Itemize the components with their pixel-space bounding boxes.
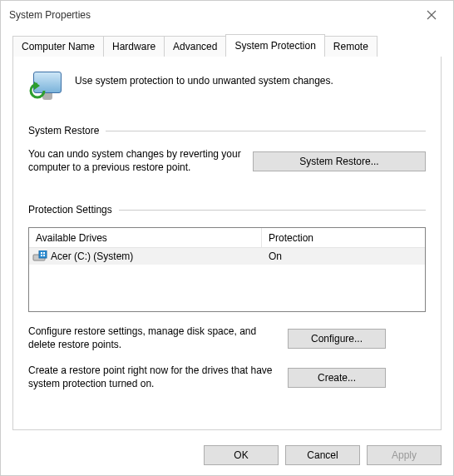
svg-marker-2 [34,82,40,90]
tab-content: Use system protection to undo unwanted s… [12,57,442,430]
table-row[interactable]: Acer (C:) (System) On [29,248,425,265]
system-restore-description: You can undo system changes by reverting… [28,148,253,174]
svg-rect-7 [41,255,42,256]
tab-remote[interactable]: Remote [324,36,378,57]
system-properties-window: System Properties Computer Name Hardware… [0,0,454,476]
drives-table-header: Available Drives Protection [29,228,425,248]
create-description: Create a restore point right now for the… [28,364,286,390]
section-title-system-restore: System Restore [28,125,99,136]
system-restore-button[interactable]: System Restore... [253,151,426,171]
section-protection-settings-header: Protection Settings [28,204,426,216]
tabs: Computer Name Hardware Advanced System P… [1,29,453,57]
window-title: System Properties [9,9,415,21]
configure-row: Configure restore settings, manage disk … [28,325,426,351]
titlebar: System Properties [1,1,453,29]
close-button[interactable] [415,3,448,27]
tab-system-protection[interactable]: System Protection [225,34,324,57]
intro-text: Use system protection to undo unwanted s… [75,68,333,87]
column-available-drives[interactable]: Available Drives [29,228,262,247]
close-icon [427,10,437,20]
section-system-restore-header: System Restore [28,125,426,136]
ok-button[interactable]: OK [204,445,279,465]
svg-rect-5 [41,252,42,254]
system-restore-icon [28,68,65,103]
dialog-footer: OK Cancel Apply [1,439,453,475]
system-restore-row: You can undo system changes by reverting… [28,148,426,174]
column-protection[interactable]: Protection [262,232,425,244]
drive-name: Acer (C:) (System) [51,250,133,262]
tab-hardware[interactable]: Hardware [103,36,165,57]
tab-advanced[interactable]: Advanced [164,36,226,57]
drive-icon [32,250,47,262]
svg-rect-6 [43,252,45,254]
apply-button[interactable]: Apply [367,445,442,465]
section-title-protection-settings: Protection Settings [28,204,112,216]
configure-button[interactable]: Configure... [288,329,386,349]
tab-computer-name[interactable]: Computer Name [12,36,104,57]
configure-description: Configure restore settings, manage disk … [28,325,286,351]
svg-rect-4 [39,250,47,258]
drives-table: Available Drives Protection Acer (C:) (S… [28,227,426,312]
svg-rect-8 [43,255,45,256]
create-button[interactable]: Create... [288,368,386,388]
intro: Use system protection to undo unwanted s… [28,68,426,103]
cancel-button[interactable]: Cancel [285,445,360,465]
drive-protection-status: On [262,250,425,262]
create-row: Create a restore point right now for the… [28,364,426,390]
